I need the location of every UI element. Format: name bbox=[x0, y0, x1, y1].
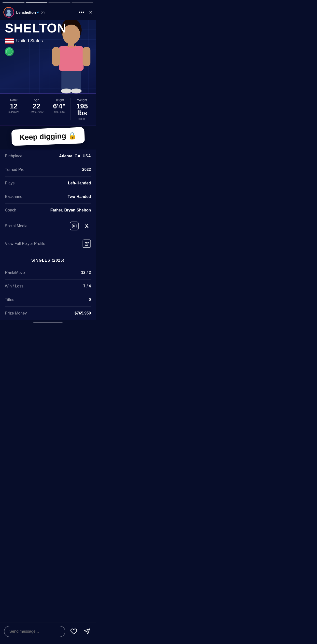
rank-move-label: Rank/Move bbox=[5, 270, 25, 275]
svg-point-14 bbox=[75, 225, 76, 225]
info-row-full-profile[interactable]: View Full Player Profile bbox=[5, 235, 91, 252]
coach-value: Father, Bryan Shelton bbox=[50, 208, 91, 212]
svg-line-15 bbox=[86, 242, 88, 244]
backhand-value: Two-Handed bbox=[68, 194, 91, 199]
coach-label: Coach bbox=[5, 208, 16, 212]
rank-value: 12 bbox=[2, 103, 25, 110]
keep-digging-bubble: Keep digging 🔒 bbox=[11, 127, 84, 146]
info-row-birthplace: Birthplace Atlanta, GA, USA bbox=[5, 150, 91, 163]
singles-row-rank: Rank/Move 12 / 2 bbox=[5, 266, 91, 280]
tennis-ball bbox=[5, 47, 14, 56]
header-left: benshelton ✔ 5h bbox=[3, 7, 45, 18]
stat-rank: Rank 12 (Singles) bbox=[2, 98, 25, 120]
info-row-backhand: Backhand Two-Handed bbox=[5, 190, 91, 204]
info-list: Birthplace Atlanta, GA, USA Turned Pro 2… bbox=[0, 150, 96, 252]
avatar-inner bbox=[4, 8, 13, 17]
weight-label: Weight bbox=[71, 98, 93, 102]
age-sub: (Oct 9, 2002) bbox=[25, 110, 48, 113]
birthplace-label: Birthplace bbox=[5, 154, 22, 158]
svg-point-13 bbox=[73, 225, 75, 227]
prize-money-label: Prize Money bbox=[5, 311, 27, 316]
country-name: United States bbox=[16, 38, 43, 44]
rank-sub: (Singles) bbox=[2, 110, 25, 113]
home-indicator-bar bbox=[33, 322, 63, 322]
avatar-image bbox=[5, 8, 13, 17]
instagram-icon[interactable] bbox=[70, 222, 79, 230]
plays-label: Plays bbox=[5, 181, 14, 186]
hero-section: SHELTON United States bbox=[0, 20, 96, 94]
age-value: 22 bbox=[25, 103, 48, 110]
lock-emoji: 🔒 bbox=[68, 131, 77, 140]
header-user-info: benshelton ✔ 5h bbox=[16, 10, 45, 14]
win-loss-label: Win / Loss bbox=[5, 284, 23, 288]
home-indicator bbox=[0, 320, 96, 325]
stats-row: Rank 12 (Singles) Age 22 (Oct 9, 2002) H… bbox=[0, 94, 96, 125]
turned-pro-value: 2022 bbox=[82, 168, 91, 172]
age-label: Age bbox=[25, 98, 48, 102]
tennis-ball-icon bbox=[5, 47, 91, 56]
player-last-name: SHELTON bbox=[5, 21, 91, 36]
stat-weight: Weight 195 lbs (88 kg) bbox=[71, 98, 93, 120]
rank-move-value: 12 / 2 bbox=[81, 270, 91, 275]
keep-digging-text: Keep digging bbox=[19, 132, 66, 142]
win-loss-value: 7 / 4 bbox=[83, 284, 91, 288]
username-row: benshelton ✔ 5h bbox=[16, 10, 45, 14]
weight-value: 195 lbs bbox=[71, 103, 93, 116]
prize-money-value: $765,950 bbox=[74, 311, 91, 316]
svg-point-1 bbox=[7, 10, 10, 13]
username[interactable]: benshelton bbox=[16, 10, 36, 14]
time-ago: 5h bbox=[41, 10, 45, 14]
birthplace-value: Atlanta, GA, USA bbox=[59, 154, 91, 158]
info-row-social-media: Social Media bbox=[5, 217, 91, 235]
stat-height: Height 6'4" (193 cm) bbox=[48, 98, 71, 120]
turned-pro-label: Turned Pro bbox=[5, 168, 24, 172]
country-row: United States bbox=[5, 38, 91, 44]
singles-row-titles: Titles 0 bbox=[5, 293, 91, 307]
keep-digging-container: Keep digging 🔒 bbox=[0, 126, 96, 148]
rank-label: Rank bbox=[2, 98, 25, 102]
header-actions: ••• ✕ bbox=[79, 9, 92, 16]
info-row-turned-pro: Turned Pro 2022 bbox=[5, 163, 91, 176]
singles-row-win-loss: Win / Loss 7 / 4 bbox=[5, 280, 91, 293]
height-sub: (193 cm) bbox=[48, 110, 71, 113]
info-row-coach: Coach Father, Bryan Shelton bbox=[5, 204, 91, 217]
view-full-profile-label[interactable]: View Full Player Profile bbox=[5, 242, 45, 246]
stat-age: Age 22 (Oct 9, 2002) bbox=[25, 98, 48, 120]
singles-row-prize-money: Prize Money $765,950 bbox=[5, 307, 91, 320]
plays-value: Left-Handed bbox=[68, 181, 91, 186]
info-row-plays: Plays Left-Handed bbox=[5, 176, 91, 190]
singles-header: SINGLES (2025) bbox=[5, 252, 91, 266]
titles-value: 0 bbox=[89, 298, 91, 302]
svg-point-10 bbox=[61, 88, 72, 94]
height-value: 6'4" bbox=[48, 103, 71, 110]
titles-label: Titles bbox=[5, 298, 14, 302]
story-header: benshelton ✔ 5h ••• ✕ bbox=[0, 0, 96, 20]
usa-flag bbox=[5, 38, 14, 44]
singles-section: SINGLES (2025) Rank/Move 12 / 2 Win / Lo… bbox=[0, 252, 96, 320]
close-button[interactable]: ✕ bbox=[89, 10, 92, 15]
verified-icon: ✔ bbox=[37, 10, 40, 14]
external-link-icon[interactable] bbox=[83, 240, 91, 248]
x-twitter-icon[interactable] bbox=[82, 222, 91, 230]
svg-rect-9 bbox=[61, 71, 81, 90]
svg-rect-12 bbox=[72, 224, 76, 228]
social-icons bbox=[70, 222, 91, 230]
backhand-label: Backhand bbox=[5, 194, 22, 199]
avatar[interactable] bbox=[3, 7, 14, 18]
height-label: Height bbox=[48, 98, 71, 102]
social-media-label: Social Media bbox=[5, 224, 27, 228]
svg-point-11 bbox=[71, 88, 82, 94]
more-options-button[interactable]: ••• bbox=[79, 9, 84, 16]
weight-sub: (88 kg) bbox=[71, 117, 93, 120]
